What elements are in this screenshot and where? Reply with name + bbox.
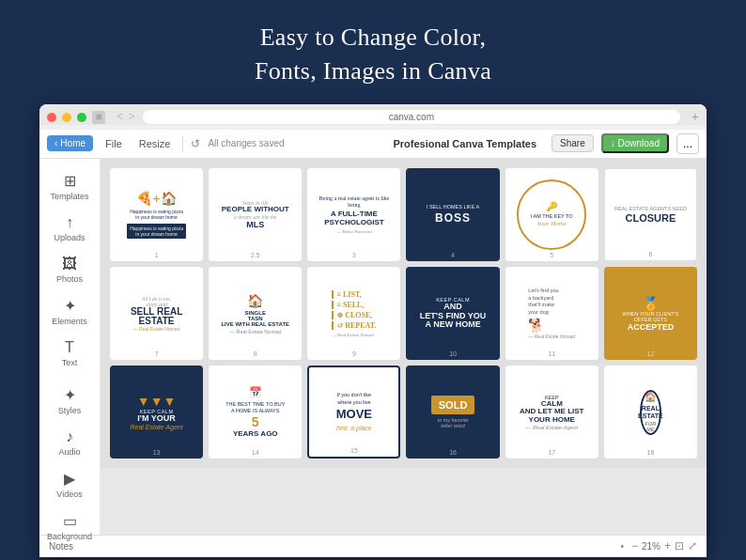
sold-sub: to my favoriteletter word	[431, 417, 475, 428]
card-7-number: 7	[155, 350, 159, 357]
sidebar-item-templates[interactable]: ⊞ Templates	[42, 166, 97, 207]
download-button[interactable]: ↓ Download	[601, 133, 669, 153]
card-16-number: 16	[449, 449, 457, 456]
header-line1: Easy to Change Color,	[260, 23, 487, 51]
template-card-4[interactable]: I SELL HOMES LIKE A BOSS 4	[406, 168, 499, 261]
template-card-8[interactable]: 🏠 SINGLETASNLIVE WITH REAL ESTATE — Real…	[209, 267, 302, 360]
sidebar-item-elements[interactable]: ✦ Elements	[42, 291, 97, 332]
canva-main: ⊞ Templates ↑ Uploads 🖼 Photos ✦ Element…	[39, 159, 707, 535]
pizza-icons: 🍕+🏠	[127, 191, 186, 206]
browser-window: ⊞ < > canva.com + ‹ Home File Resize ↺ A…	[39, 104, 707, 557]
fit-screen-icon[interactable]: ⊡	[675, 539, 684, 552]
template-card-3[interactable]: Being a real estate agent is like being …	[307, 168, 400, 261]
page-background: Easy to Change Color, Fonts, Images in C…	[0, 0, 746, 560]
sidebar-item-photos[interactable]: 🖼 Photos	[42, 250, 97, 289]
zoom-in-icon[interactable]: +	[664, 539, 671, 552]
canva-sidebar: ⊞ Templates ↑ Uploads 🖼 Photos ✦ Element…	[39, 159, 101, 535]
card-18-number: 18	[647, 449, 655, 456]
template-card-14[interactable]: 📅 THE BEST TIME TO BUYA HOME IS ALWAYS 5…	[209, 366, 302, 459]
canva-toolbar: ‹ Home File Resize ↺ All changes saved P…	[39, 130, 707, 159]
toolbar-divider	[182, 136, 183, 151]
dot-indicator: •	[620, 541, 624, 552]
template-card-17[interactable]: KEEP CALMand let me listyour home — Real…	[505, 366, 598, 459]
re-circle: 🏠 REALESTATE for me	[640, 390, 661, 435]
elements-label: Elements	[52, 317, 87, 326]
forward-arrow[interactable]: >	[127, 110, 137, 124]
sidebar-item-styles[interactable]: ✦ Styles	[42, 381, 97, 421]
agent-script: Real Estate Agent	[130, 424, 182, 430]
audio-icon: ♪	[66, 428, 73, 445]
photos-label: Photos	[56, 274, 83, 284]
template-card-1[interactable]: 🍕+🏠 Happiness is eating pizzain your dre…	[110, 168, 203, 261]
home-icon-content: 🏠 SINGLETASNLIVE WITH REAL ESTATE — Real…	[215, 288, 295, 340]
template-card-16[interactable]: SOLD to my favoriteletter word 16	[406, 366, 499, 459]
re-content: 🏠 REALESTATE for me	[630, 384, 671, 441]
template-card-11[interactable]: Let's find youa backyardthat'll makeyour…	[505, 267, 598, 360]
move-content: If you don't likewhere you live MOVE hin…	[333, 388, 376, 436]
uploads-label: Uploads	[54, 233, 85, 242]
text-icon: T	[65, 339, 74, 356]
card-1-number: 1	[155, 252, 159, 258]
template-card-12[interactable]: 🏅 WHEN YOUR CLIENT'SOFFER GETS ACCEPTED …	[604, 267, 697, 360]
accepted-content: 🏅 WHEN YOUR CLIENT'SOFFER GETS ACCEPTED	[616, 290, 684, 337]
template-card-10[interactable]: KEEP CALM ANDLET'S FIND YOUA NEW HOME 10	[406, 267, 499, 360]
address-bar[interactable]: canva.com	[143, 110, 681, 124]
videos-label: Videos	[56, 490, 82, 499]
resize-button[interactable]: Resize	[134, 136, 176, 151]
template-card-2[interactable]: Steps in life PEOPLE WITHOUT a dream, ar…	[209, 168, 302, 261]
template-card-18[interactable]: 🏠 REALESTATE for me 18	[604, 366, 697, 459]
minimize-dot[interactable]	[62, 113, 71, 122]
key-circle: 🔑 I AM THE KEY TOYour Home	[517, 179, 586, 249]
more-button[interactable]: ...	[676, 133, 699, 154]
card-17-number: 17	[548, 449, 555, 456]
sidebar-item-audio[interactable]: ♪ Audio	[42, 423, 97, 462]
back-arrow[interactable]: <	[115, 110, 125, 124]
card-5-number: 5	[550, 252, 553, 258]
5years-content: 📅 THE BEST TIME TO BUYA HOME IS ALWAYS 5…	[222, 382, 288, 442]
template-card-7[interactable]: All I do is eat, sleep and SELL REALESTA…	[110, 267, 203, 360]
saved-status: All changes saved	[208, 138, 385, 148]
styles-icon: ✦	[64, 386, 76, 404]
maximize-dot[interactable]	[77, 113, 86, 122]
elements-icon: ✦	[64, 297, 76, 315]
home-label: Home	[60, 138, 85, 148]
template-card-5[interactable]: 🔑 I AM THE KEY TOYour Home 5	[505, 168, 598, 261]
share-button[interactable]: Share	[552, 134, 594, 152]
template-card-15[interactable]: If you don't likewhere you live MOVE hin…	[307, 366, 400, 459]
background-icon: ▭	[63, 512, 77, 530]
header-line2: Fonts, Images in Canva	[255, 57, 491, 85]
card-2-number: 2.5	[251, 252, 260, 258]
template-card-6[interactable]: REAL ESTATE AGENTS NEED CLOSURE 6	[604, 168, 697, 261]
videos-icon: ▶	[64, 470, 75, 488]
sidebar-item-text[interactable]: T Text	[42, 334, 97, 373]
canva-content: 🍕+🏠 Happiness is eating pizzain your dre…	[101, 159, 707, 535]
psych-sig: — Blake Patterson	[312, 229, 396, 234]
card-3-number: 3	[352, 252, 356, 258]
text-label: Text	[62, 358, 78, 367]
template-card-9[interactable]: ≡ LIST, ≡ SELL, ⊕ CLOSE, ↺ REPEAT. — Rea…	[307, 267, 400, 360]
sidebar-item-uploads[interactable]: ↑ Uploads	[42, 209, 97, 248]
template-grid: 🍕+🏠 Happiness is eating pizzain your dre…	[101, 159, 707, 469]
card-6-number: 6	[648, 251, 652, 257]
folders-icon: 📁	[60, 554, 79, 557]
browser-titlebar: ⊞ < > canva.com +	[47, 110, 699, 125]
zoom-out-icon[interactable]: −	[631, 539, 638, 552]
template-card-13[interactable]: ▼▼▼ KEEP CALM I'M YOUR Real Estate Agent…	[110, 366, 203, 459]
close-dot[interactable]	[47, 113, 56, 122]
fullscreen-icon[interactable]: ⤢	[688, 539, 697, 552]
window-ctrl: ⊞	[92, 111, 105, 124]
undo-icon[interactable]: ↺	[191, 137, 200, 150]
nav-arrows: < >	[115, 110, 137, 124]
file-button[interactable]: File	[101, 136, 127, 151]
zoom-level: 21%	[642, 541, 661, 552]
page-header: Easy to Change Color, Fonts, Images in C…	[0, 0, 746, 104]
closure-content: REAL ESTATE AGENTS NEED CLOSURE	[609, 200, 692, 229]
sidebar-item-videos[interactable]: ▶ Videos	[42, 464, 97, 505]
new-tab-button[interactable]: +	[692, 110, 699, 125]
card-8-number: 8	[254, 350, 257, 357]
home-button[interactable]: ‹ Home	[47, 135, 93, 151]
browser-chrome: ⊞ < > canva.com +	[39, 104, 707, 125]
audio-label: Audio	[58, 447, 80, 457]
mls-text: MLS	[222, 220, 289, 229]
card-15-number: 15	[350, 447, 358, 454]
